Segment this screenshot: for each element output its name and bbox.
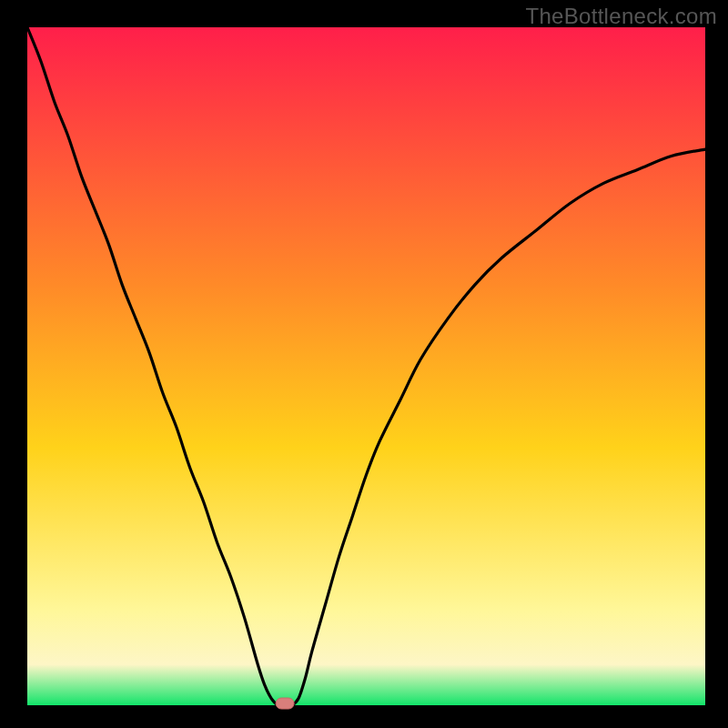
watermark-text: TheBottleneck.com [525, 4, 717, 29]
plot-background [27, 27, 705, 705]
chart-svg [0, 0, 728, 728]
optimal-marker [276, 698, 294, 709]
chart-frame: TheBottleneck.com [0, 0, 728, 728]
